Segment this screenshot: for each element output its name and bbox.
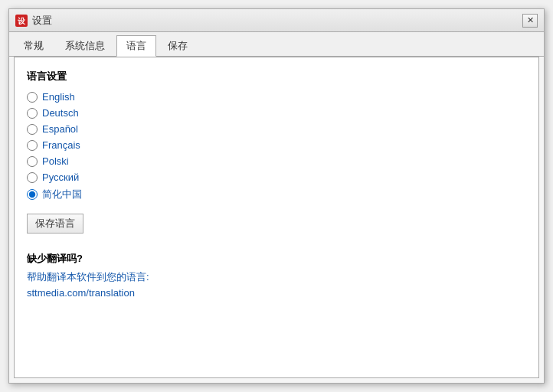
label-ru: Русский: [42, 172, 79, 183]
radio-de[interactable]: [27, 108, 38, 119]
tab-language[interactable]: 语言: [116, 35, 156, 57]
save-language-button[interactable]: 保存语言: [27, 214, 83, 234]
radio-ru[interactable]: [27, 172, 38, 183]
svg-text:设: 设: [18, 17, 26, 25]
tab-sysinfo[interactable]: 系统信息: [55, 35, 115, 56]
language-option-es[interactable]: Español: [27, 123, 526, 135]
label-en: English: [42, 91, 75, 103]
app-icon: 设: [15, 15, 28, 27]
tab-general[interactable]: 常规: [14, 35, 54, 56]
tab-bar: 常规 系统信息 语言 保存: [9, 32, 544, 57]
tab-save[interactable]: 保存: [158, 35, 198, 56]
missing-translation-section: 缺少翻译吗? 帮助翻译本软件到您的语言: sttmedia.com/transl…: [27, 252, 526, 299]
label-zh: 简化中国: [42, 188, 82, 201]
close-button[interactable]: ✕: [522, 14, 538, 28]
label-de: Deutsch: [42, 107, 79, 119]
content-area: 语言设置 English Deutsch Español Français Po…: [14, 57, 539, 378]
label-fr: Français: [42, 139, 80, 151]
radio-fr[interactable]: [27, 140, 38, 151]
language-option-de[interactable]: Deutsch: [27, 107, 526, 119]
language-option-zh[interactable]: 简化中国: [27, 188, 526, 201]
radio-es[interactable]: [27, 124, 38, 135]
language-option-ru[interactable]: Русский: [27, 172, 526, 183]
window-title: 设置: [32, 14, 52, 28]
language-option-pl[interactable]: Polski: [27, 155, 526, 167]
label-es: Español: [42, 123, 78, 135]
radio-en[interactable]: [27, 92, 38, 103]
language-option-fr[interactable]: Français: [27, 139, 526, 151]
language-option-en[interactable]: English: [27, 91, 526, 103]
language-radio-group: English Deutsch Español Français Polski …: [27, 91, 526, 201]
help-text: 帮助翻译本软件到您的语言:: [27, 270, 526, 284]
title-bar-left: 设 设置: [15, 14, 52, 28]
window-controls: ✕: [522, 14, 538, 28]
radio-pl[interactable]: [27, 156, 38, 167]
label-pl: Polski: [42, 155, 69, 167]
language-section-title: 语言设置: [27, 70, 526, 83]
radio-zh[interactable]: [27, 189, 38, 200]
title-bar: 设 设置 ✕: [9, 9, 544, 32]
missing-title: 缺少翻译吗?: [27, 252, 526, 266]
translation-link[interactable]: sttmedia.com/translation: [27, 287, 135, 299]
settings-window: 设 设置 ✕ 常规 系统信息 语言 保存 语言设置 English Deutsc…: [8, 8, 545, 384]
